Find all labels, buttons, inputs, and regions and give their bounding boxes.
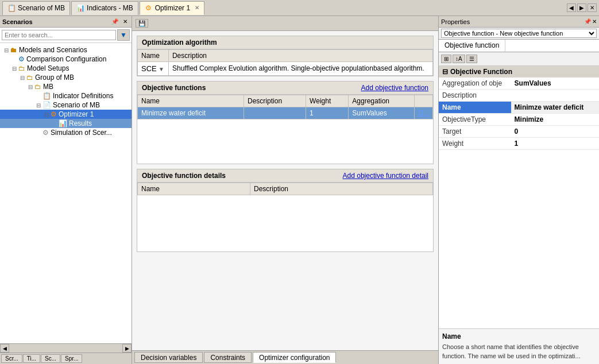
tree-item-model-setups[interactable]: ⊟ 🗀 Model Setups bbox=[0, 64, 132, 73]
simulation-label: Simulation of Scer... bbox=[51, 129, 112, 137]
right-tb-sort-btn[interactable]: ↕A bbox=[453, 55, 465, 63]
alg-col-desc: Description bbox=[168, 50, 432, 62]
top-tabbar: 📋 Scenario of MB 📊 Indicators - MB ⚙ Opt… bbox=[0, 0, 599, 16]
props-label-objectivetype: ObjectiveType bbox=[439, 114, 511, 126]
obj-name-cell: Minimze water deficit bbox=[138, 107, 244, 119]
props-value-aggregation[interactable]: SumValues bbox=[511, 78, 599, 90]
props-value-weight[interactable]: 1 bbox=[511, 138, 599, 150]
right-panel-header: Properties 📌 ✕ bbox=[439, 16, 599, 28]
sidebar-tab-spr[interactable]: Spr... bbox=[61, 354, 82, 363]
sidebar-scroll-right[interactable]: ▶ bbox=[122, 344, 132, 353]
tab-optimizer1[interactable]: ⚙ Optimizer 1 ✕ bbox=[140, 1, 204, 15]
sidebar-title: Scenarios bbox=[2, 18, 33, 25]
sidebar-tab-ti[interactable]: Ti... bbox=[23, 354, 40, 363]
props-value-target[interactable]: 0 bbox=[511, 126, 599, 138]
obj-weight-cell: 1 bbox=[306, 107, 349, 119]
props-value-description[interactable] bbox=[511, 90, 599, 102]
sidebar-controls: 📌 ✕ bbox=[110, 18, 129, 25]
tree-item-indicator-defs[interactable]: 📋 Indicator Definitions bbox=[0, 91, 132, 100]
obj-action-cell[interactable]: D... bbox=[415, 107, 433, 119]
tab-optimizer-configuration[interactable]: Optimizer configuration bbox=[253, 352, 336, 363]
sidebar-pin-btn[interactable]: 📌 bbox=[110, 18, 120, 25]
alg-col-name: Name bbox=[138, 50, 169, 62]
props-table: Aggregation of obje SumValues Descriptio… bbox=[439, 78, 599, 150]
obj-col-name: Name bbox=[138, 95, 244, 107]
sidebar-tab-scr[interactable]: Scr... bbox=[1, 354, 22, 363]
alg-desc-cell: Shuffled Complex Evolution algorithm. Si… bbox=[168, 62, 432, 76]
objective-functions-body: Name Description Weight Aggregation Mini… bbox=[137, 95, 433, 164]
right-dropdown-bar: Objective function - New objective funct… bbox=[439, 28, 599, 40]
tree-item-comparison[interactable]: ⚙ Comparison Configuration bbox=[0, 55, 132, 64]
props-row-target: Target 0 bbox=[439, 126, 599, 138]
tab-nav-next[interactable]: ▶ bbox=[577, 3, 586, 12]
right-bottom-help: Name Choose a short name that identifies… bbox=[439, 328, 599, 364]
objective-function-details-body: Name Description bbox=[137, 183, 433, 251]
results-icon: 📊 bbox=[59, 119, 67, 127]
scenario-mb-icon: 📄 bbox=[42, 101, 51, 109]
obj-agg-cell: SumValues bbox=[349, 107, 415, 119]
right-close-btn[interactable]: ✕ bbox=[592, 18, 597, 25]
tree-item-mb[interactable]: ⊟ 🗀 MB bbox=[0, 82, 132, 91]
obj-col-agg: Aggregation bbox=[349, 95, 415, 107]
sidebar-scroll: ◀ ▶ bbox=[0, 343, 132, 353]
tree-item-results[interactable]: 📊 Results bbox=[0, 119, 132, 128]
group-mb-icon: 🗀 bbox=[26, 73, 33, 82]
objective-function-row[interactable]: Minimze water deficit 1 SumValues D... bbox=[138, 107, 433, 119]
center-toolbar: 💾 bbox=[132, 16, 438, 31]
obj-action-link[interactable]: D... bbox=[418, 109, 429, 117]
sidebar-tab-sc[interactable]: Sc... bbox=[41, 354, 60, 363]
tree-item-group-mb[interactable]: ⊟ 🗀 Group of MB bbox=[0, 73, 132, 82]
bottom-tabs: Decision variables Constraints Optimizer… bbox=[132, 350, 438, 364]
objective-function-dropdown[interactable]: Objective function - New objective funct… bbox=[441, 29, 597, 38]
expander-mb: ⊟ bbox=[26, 84, 34, 90]
model-setups-label: Model Setups bbox=[27, 64, 69, 72]
tab-constraints[interactable]: Constraints bbox=[204, 352, 252, 363]
tab-scenario-mb[interactable]: 📋 Scenario of MB bbox=[2, 1, 70, 15]
optimization-algorithm-header: Optimization algorithm bbox=[137, 36, 433, 49]
tree-item-models-root[interactable]: ⊟ 🖿 Models and Scenarios bbox=[0, 45, 132, 55]
right-tb-filter-btn[interactable]: ☰ bbox=[466, 55, 477, 63]
search-input[interactable] bbox=[2, 30, 116, 40]
right-tabs: Objective function bbox=[439, 40, 599, 52]
scenario-mb-label: Scenario of MB bbox=[53, 101, 100, 109]
model-setups-icon: 🗀 bbox=[18, 64, 25, 72]
optimization-algorithm-section: Optimization algorithm Name Description … bbox=[137, 36, 434, 76]
tree-item-scenario-mb[interactable]: ⊟ 📄 Scenario of MB bbox=[0, 100, 132, 110]
right-pin-btn[interactable]: 📌 bbox=[584, 18, 591, 25]
props-row-aggregation: Aggregation of obje SumValues bbox=[439, 78, 599, 90]
props-value-objectivetype[interactable]: Minimize bbox=[511, 114, 599, 126]
right-content: ⊟ Objective Function Aggregation of obje… bbox=[439, 66, 599, 328]
tab-nav-prev[interactable]: ◀ bbox=[567, 3, 576, 12]
sidebar-scroll-left[interactable]: ◀ bbox=[0, 344, 9, 353]
objective-functions-header: Objective functions Add objective functi… bbox=[137, 82, 433, 95]
right-tb-table-btn[interactable]: ⊞ bbox=[441, 55, 451, 63]
right-tab-objective-function[interactable]: Objective function bbox=[439, 40, 505, 52]
props-row-name: Name Minimze water deficit bbox=[439, 102, 599, 114]
sidebar-close-btn[interactable]: ✕ bbox=[121, 18, 129, 25]
optimizer1-label: Optimizer 1 bbox=[59, 110, 94, 118]
tree-container: ⊟ 🖿 Models and Scenarios ⚙ Comparison Co… bbox=[0, 43, 132, 343]
tab-indicators-mb[interactable]: 📊 Indicators - MB bbox=[71, 1, 138, 15]
det-col-name: Name bbox=[138, 183, 250, 195]
obj-col-weight: Weight bbox=[306, 95, 349, 107]
right-help-text: Choose a short name that identifies the … bbox=[442, 343, 596, 361]
optimizer-tab-icon: ⚙ bbox=[145, 4, 153, 12]
right-panel: Properties 📌 ✕ Objective function - New … bbox=[438, 16, 599, 364]
tab-nav-close[interactable]: ✕ bbox=[588, 3, 597, 12]
expander-model-setups: ⊟ bbox=[10, 65, 18, 72]
indicator-defs-label: Indicator Definitions bbox=[53, 92, 113, 100]
objective-function-details-section: Objective function details Add objective… bbox=[137, 169, 434, 252]
add-objective-function-link[interactable]: Add objective function bbox=[361, 84, 428, 92]
obj-desc-cell bbox=[244, 107, 306, 119]
save-button[interactable]: 💾 bbox=[136, 19, 148, 28]
algorithm-row[interactable]: SCE ▼ Shuffled Complex Evolution algorit… bbox=[138, 62, 433, 76]
tree-item-simulation[interactable]: ⚙ Simulation of Scer... bbox=[0, 128, 132, 137]
expander-models-root: ⊟ bbox=[2, 47, 10, 53]
add-objective-function-detail-link[interactable]: Add objective function detail bbox=[343, 172, 428, 180]
props-value-name[interactable]: Minimze water deficit bbox=[511, 102, 599, 114]
search-down-btn[interactable]: ▼ bbox=[117, 29, 130, 41]
tab-decision-variables[interactable]: Decision variables bbox=[134, 352, 203, 363]
alg-dropdown-arrow[interactable]: ▼ bbox=[159, 66, 164, 72]
tab-close-icon[interactable]: ✕ bbox=[195, 5, 199, 11]
tree-item-optimizer1[interactable]: ⊟ ⚙ Optimizer 1 bbox=[0, 110, 132, 119]
